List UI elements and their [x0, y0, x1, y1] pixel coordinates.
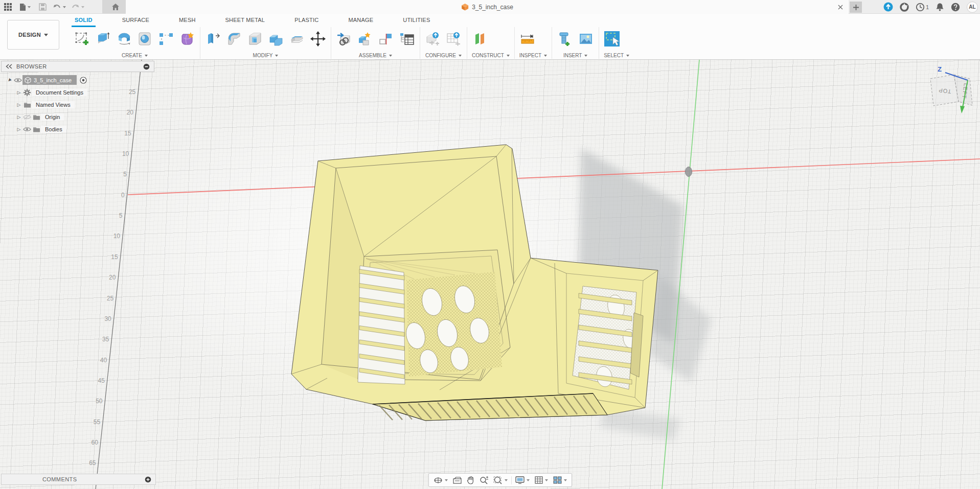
split-body-button[interactable] [289, 31, 305, 47]
job-status-button[interactable] [883, 2, 893, 12]
insert-component-button[interactable] [336, 31, 352, 47]
expand-arrow-icon[interactable]: ▷ [15, 127, 22, 132]
redo-button[interactable] [69, 0, 87, 14]
tab-mesh[interactable]: MESH [176, 16, 199, 27]
expand-arrow-icon[interactable]: ▷ [15, 90, 22, 95]
insert-fastener-button[interactable] [557, 31, 573, 47]
comments-bar[interactable]: COMMENTS [1, 474, 156, 485]
create-form-button[interactable] [179, 31, 195, 47]
tree-item-label[interactable]: Origin [41, 113, 64, 121]
browser-title: BROWSER [16, 63, 143, 69]
help-button[interactable] [951, 3, 960, 12]
extrude-button[interactable] [95, 31, 111, 47]
tab-surface[interactable]: SURFACE [119, 16, 152, 27]
tab-sheet-metal[interactable]: SHEET METAL [222, 16, 268, 27]
alerts-button[interactable] [936, 3, 944, 12]
undo-button[interactable] [50, 0, 69, 14]
configure-feature-button[interactable] [425, 31, 441, 47]
group-select: SELECT [599, 27, 634, 59]
tab-utilities[interactable]: UTILITIES [400, 16, 433, 27]
notifications-button[interactable]: 1 [916, 3, 929, 12]
insert-group-dropdown[interactable]: INSERT [557, 51, 594, 58]
select-button[interactable] [604, 31, 620, 47]
expand-arrow-icon[interactable]: ▷ [15, 114, 22, 120]
select-group-dropdown[interactable]: SELECT [604, 51, 629, 58]
pan-button[interactable] [465, 475, 476, 485]
measure-button[interactable] [519, 31, 536, 47]
view-cube[interactable]: TOP LEFT Z [930, 65, 972, 113]
root-component-label: 3_5_inch_case [34, 77, 72, 83]
fillet-button[interactable] [226, 31, 242, 47]
combine-button[interactable] [268, 31, 284, 47]
document-tab[interactable]: 3_5_inch_case [126, 0, 849, 14]
create-group-dropdown[interactable]: CREATE [74, 51, 195, 58]
tab-manage[interactable]: MANAGE [345, 16, 376, 27]
browser-tree: ▼ 3_5_inch_case ▷ Document Settings [1, 72, 154, 134]
save-icon [39, 3, 47, 11]
visibility-off-eye-icon[interactable] [22, 114, 32, 120]
add-comment-icon[interactable] [145, 476, 151, 483]
close-document-button[interactable] [836, 3, 845, 11]
tree-item-origin[interactable]: ▷ Origin [15, 112, 154, 122]
home-tab[interactable] [102, 0, 129, 14]
x-axis-line [128, 159, 980, 195]
extensions-button[interactable] [900, 3, 909, 12]
save-button[interactable] [35, 0, 50, 14]
hole-button[interactable] [137, 31, 153, 47]
orbit-button[interactable] [432, 475, 449, 485]
visibility-eye-icon[interactable] [22, 127, 32, 132]
activate-component-radio[interactable] [79, 77, 88, 84]
grid-settings-button[interactable] [533, 475, 550, 485]
new-tab-button[interactable] [850, 2, 862, 13]
configure-group-dropdown[interactable]: CONFIGURE [425, 51, 462, 58]
user-avatar[interactable]: AL [967, 2, 978, 13]
redo-caret-icon [81, 6, 84, 8]
app-grid-button[interactable] [0, 0, 15, 14]
bom-table-button[interactable] [399, 31, 415, 47]
tree-item-label[interactable]: Bodies [41, 126, 66, 133]
collapse-all-icon[interactable] [143, 63, 150, 70]
browser-header[interactable]: BROWSER [1, 61, 154, 72]
tree-item-named-views[interactable]: ▷ Named Views [15, 100, 154, 109]
tree-item-label[interactable]: Document Settings [32, 89, 87, 96]
revolve-button[interactable] [116, 31, 132, 47]
expand-arrow-icon[interactable]: ▼ [5, 76, 14, 85]
collapse-panel-icon[interactable] [6, 64, 12, 69]
tree-item-document-settings[interactable]: ▷ Document Settings [15, 87, 154, 97]
svg-text:10: 10 [122, 150, 129, 157]
insert-canvas-button[interactable] [578, 31, 594, 47]
create-sketch-button[interactable] [74, 31, 90, 47]
viewports-button[interactable] [552, 475, 568, 485]
modify-group-dropdown[interactable]: MODIFY [205, 51, 326, 58]
configuration-table-button[interactable] [446, 31, 462, 47]
move-copy-button[interactable] [310, 31, 326, 47]
navbar-separator [511, 476, 512, 484]
inspect-group-dropdown[interactable]: INSPECT [519, 51, 547, 58]
press-pull-button[interactable] [205, 31, 221, 47]
visibility-eye-icon[interactable] [13, 78, 22, 83]
zoom-button[interactable] [478, 475, 490, 485]
tree-item-bodies[interactable]: ▷ Bodies [15, 124, 154, 134]
pattern-button[interactable] [158, 31, 174, 47]
tree-item-root[interactable]: ▼ 3_5_inch_case [6, 75, 154, 85]
origin-point-marker[interactable] [686, 167, 692, 177]
file-menu-button[interactable] [15, 0, 35, 14]
expand-arrow-icon[interactable]: ▷ [15, 102, 22, 107]
look-at-button[interactable] [451, 476, 463, 485]
construct-group-dropdown[interactable]: CONSTRUCT [472, 51, 510, 58]
svg-text:40: 40 [100, 357, 107, 364]
pan-hand-icon [467, 476, 474, 484]
tree-item-label[interactable]: Named Views [32, 101, 75, 108]
fit-button[interactable] [492, 475, 509, 485]
assemble-group-dropdown[interactable]: ASSEMBLE [336, 51, 415, 58]
shell-button[interactable] [247, 31, 263, 47]
tab-plastic[interactable]: PLASTIC [291, 16, 322, 27]
new-component-button[interactable] [357, 31, 373, 47]
workspace-selector[interactable]: DESIGN [7, 20, 59, 50]
display-settings-button[interactable] [514, 475, 531, 485]
joint-button[interactable] [378, 31, 394, 47]
root-component-chip[interactable]: 3_5_inch_case [22, 75, 77, 85]
tab-solid[interactable]: SOLID [72, 16, 96, 27]
construct-plane-button[interactable] [472, 31, 488, 47]
svg-text:45: 45 [98, 377, 105, 384]
